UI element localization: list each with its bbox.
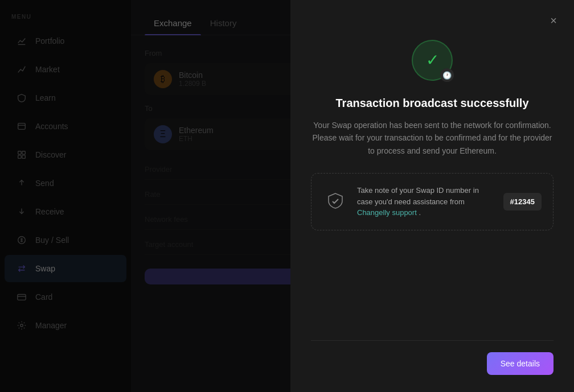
info-box: Take note of your Swap ID number in case… <box>311 173 554 230</box>
modal-overlay: × ✓ 🕐 Transaction broadcast successfully… <box>0 0 574 392</box>
success-icon-wrapper: ✓ 🕐 <box>311 40 554 81</box>
info-text-suffix: . <box>419 208 421 217</box>
see-details-button[interactable]: See details <box>487 352 554 375</box>
success-icon-circle: ✓ 🕐 <box>412 40 453 81</box>
modal-title: Transaction broadcast successfully <box>311 97 554 110</box>
swap-id-badge: #12345 <box>503 193 542 211</box>
clock-icon: 🕐 <box>440 68 454 82</box>
checkmark-icon: ✓ <box>426 52 439 68</box>
info-text-main: Take note of your Swap ID number in case… <box>357 186 479 206</box>
changelly-link[interactable]: Changelly support <box>357 208 417 217</box>
modal-footer: See details <box>311 340 554 375</box>
info-box-text: Take note of your Swap ID number in case… <box>357 185 494 218</box>
shield-icon <box>323 189 348 214</box>
success-modal: × ✓ 🕐 Transaction broadcast successfully… <box>290 0 574 392</box>
modal-description: Your Swap operation has been sent to the… <box>311 119 554 157</box>
close-button[interactable]: × <box>544 11 563 30</box>
